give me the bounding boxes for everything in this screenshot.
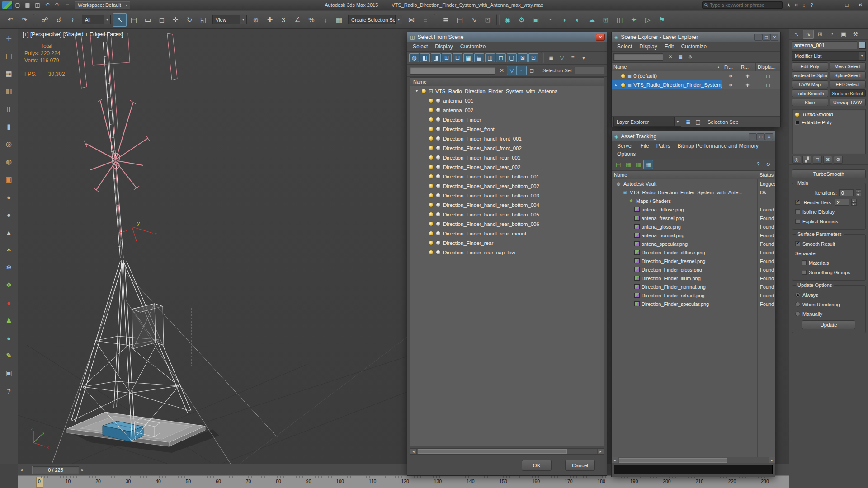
toolbar-icon[interactable]: ◐ [571,13,585,27]
display-icon[interactable]: ▢ [756,83,780,88]
scrollbar-thumb[interactable] [418,449,567,454]
update-option-row[interactable]: When Rendering [794,300,863,309]
tool-icon[interactable]: ● [3,191,15,203]
asset-row[interactable]: Direction_Finder_illum.png Found [612,274,775,282]
display-filter-icon[interactable]: ▾ [579,53,589,62]
toolbar-icon[interactable]: ▣ [529,13,542,27]
window-control-button[interactable]: □ [762,34,770,41]
visibility-bulb-icon[interactable] [429,155,434,160]
visibility-bulb-icon[interactable] [429,193,434,198]
scene-root-row[interactable]: ▼ ⊡ VTS_Radio_Direction_Finder_System_wi… [410,86,604,96]
render-icon[interactable]: ✚ [739,74,756,79]
visibility-bulb-icon[interactable] [429,117,434,122]
name-column-header[interactable]: Name [410,78,604,86]
visibility-bulb-icon[interactable] [429,136,434,141]
asset-row[interactable]: Direction_Finder_refract.png Found [612,291,775,300]
tool-icon[interactable]: ▥ [3,85,15,97]
toolbar-icon[interactable]: ◫ [613,13,627,27]
scene-object-row[interactable]: Direction_Finder_handl_rear_mount [410,229,604,238]
stack-tool-icon[interactable]: ◎ [792,156,801,164]
toolbar-icon[interactable]: ◔ [543,13,557,27]
display-filter-icon[interactable]: ⊡ [528,53,538,62]
column-header[interactable]: Name ▲ [612,63,722,71]
window-control-button[interactable]: □ [840,0,854,10]
window-control-button[interactable]: – [826,0,840,10]
explorer-bottom-icon[interactable]: ≣ [683,117,693,127]
toolbar-icon[interactable] [496,14,500,25]
display-filter-icon[interactable]: ◻ [496,53,506,62]
render-iters-spinner[interactable]: 2 [835,199,849,206]
column-header[interactable]: Displa... [756,63,780,71]
tool-icon[interactable]: ● [3,297,15,309]
toolbar-icon[interactable]: ▷ [641,13,655,27]
command-panel-tab[interactable]: ▣ [838,30,849,39]
spinner-arrows[interactable] [856,189,861,196]
modifier-set-button[interactable]: Surface Select [830,89,866,97]
expand-arrow-icon[interactable]: ▼ [415,89,419,93]
update-option-radio[interactable] [795,302,800,307]
display-filter-icon[interactable]: ▽ [557,53,567,62]
tower-model[interactable] [52,42,278,464]
column-header[interactable]: R... [739,63,756,71]
command-panel-tab[interactable]: ◔ [826,30,837,39]
asset-toolbar-icon[interactable]: ▥ [633,160,643,169]
explorer-mode-dropdown[interactable]: Layer Explorer ▾ [613,117,681,127]
visibility-bulb-icon[interactable] [429,98,434,103]
turbosmooth-rollout-header[interactable]: TurboSmooth [792,169,866,178]
modifier-icon[interactable] [795,121,799,125]
quick-access-icon[interactable]: ↶ [42,1,52,9]
scene-object-row[interactable]: Direction_Finder_rear [410,238,604,248]
horizontal-scrollbar[interactable]: ◂ ▸ [612,457,775,463]
modifier-set-button[interactable]: TurboSmooth [792,89,828,97]
quick-access-icon[interactable]: ≡ [62,1,72,9]
close-icon[interactable]: ✕ [596,34,605,41]
filter-icon[interactable]: ≈ [517,66,527,75]
window-control-button[interactable]: ✕ [765,133,773,140]
toolbar-icon[interactable]: ⊡ [481,13,495,27]
menu-item[interactable]: Edit [661,42,678,51]
display-filter-icon[interactable]: ⊠ [518,53,528,62]
scene-object-row[interactable]: Direction_Finder_handl_rear_bottom_006 [410,219,604,229]
track-bar[interactable]: 0102030405060708090100110120130140150160… [18,475,789,488]
stack-tool-icon[interactable]: ✖ [823,156,832,164]
asset-toolbar-icon[interactable]: ▤ [613,160,623,169]
scene-object-row[interactable]: Direction_Finder_handl_front_001 [410,134,604,143]
antenna-selected[interactable] [75,33,177,241]
menu-item[interactable]: Select [409,42,431,51]
modifier-stack-entry[interactable]: TurboSmooth [792,110,865,118]
render-iters-checkbox[interactable] [795,200,800,205]
tool-icon[interactable]: ✛ [3,33,15,44]
toolbar-icon[interactable]: ▤ [453,13,467,27]
update-option-row[interactable]: Manually [794,309,863,319]
asset-row[interactable]: ❖ Maps / Shaders [612,197,775,205]
tool-icon[interactable]: ● [3,332,15,344]
tool-icon[interactable]: ✶ [3,244,15,256]
visibility-bulb-icon[interactable] [429,202,434,207]
asset-row[interactable]: antena_gloss.png Found [612,222,775,231]
toolbar-icon[interactable]: ▦ [332,13,346,27]
tool-icon[interactable]: ❄ [3,262,15,273]
isoline-display-checkbox[interactable] [795,209,800,214]
display-filter-icon[interactable]: ◍ [409,53,419,62]
toolbar-icon[interactable]: ∿ [467,13,481,27]
toolbar-icon[interactable]: ⚙ [515,13,528,27]
command-panel-tab[interactable]: ⚒ [850,30,861,39]
visibility-bulb-icon[interactable] [429,240,434,245]
toolbar-icon[interactable]: ☌ [52,13,66,27]
asset-toolbar-icon[interactable]: ▦ [623,160,633,169]
toolbar-icon[interactable]: ▭ [141,13,155,27]
window-titlebar[interactable]: ◈ Asset Tracking –□✕ [612,131,775,141]
asset-row[interactable]: Direction_Finder_gloss.png Found [612,265,775,274]
menu-item[interactable]: Display [431,42,456,51]
smooth-result-checkbox[interactable] [795,241,800,246]
asset-toolbar-icon[interactable]: ? [753,160,763,169]
display-filter-icon[interactable] [541,52,544,63]
visibility-bulb-icon[interactable] [429,221,434,226]
toolbar-icon[interactable]: ▤ [127,13,141,27]
tool-icon[interactable]: ▤ [3,50,15,62]
modifier-set-button[interactable]: UVW Map [792,80,828,88]
menu-item[interactable]: Paths [653,142,674,150]
asset-row[interactable]: ◍ Autodesk Vault Logged [612,179,775,188]
visibility-bulb-icon[interactable] [429,212,434,217]
toolbar-icon[interactable]: ≣ [439,13,453,27]
